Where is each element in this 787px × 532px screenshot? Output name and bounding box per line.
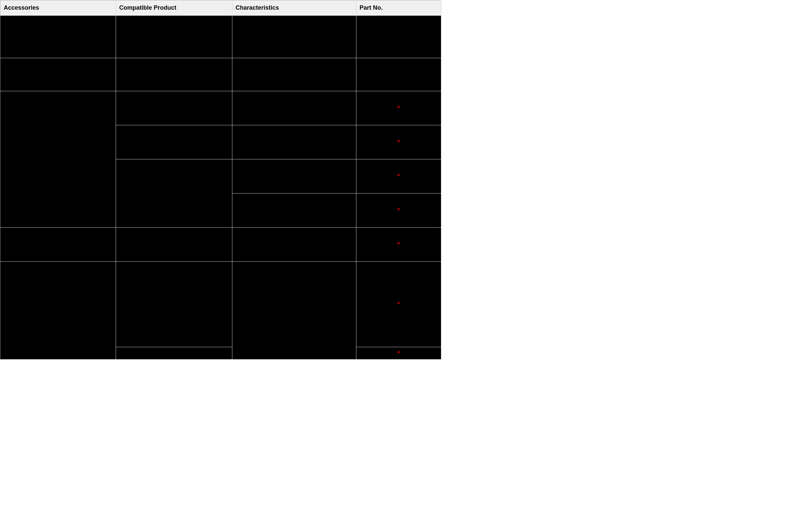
- cell-accessories: [0, 262, 116, 359]
- cell-part-no: *: [356, 262, 441, 347]
- header-characteristics: Characteristics: [232, 0, 356, 16]
- header-accessories: Accessories: [0, 0, 116, 16]
- cell-part-no: *: [356, 125, 441, 159]
- cell-part-no: [356, 58, 441, 91]
- star-icon: *: [397, 350, 400, 357]
- table-row: *: [0, 227, 441, 262]
- table-row: *: [0, 262, 441, 347]
- header-compatible-product: Compatible Product: [116, 0, 232, 16]
- cell-part-no: *: [356, 347, 441, 359]
- star-icon: *: [397, 206, 400, 214]
- cell-part-no: *: [356, 194, 441, 227]
- star-icon: *: [397, 173, 400, 180]
- cell-compatible-product: [116, 262, 232, 347]
- star-icon: *: [397, 301, 400, 308]
- cell-accessories: [0, 227, 116, 262]
- cell-compatible-product: [116, 16, 232, 58]
- cell-characteristics: [232, 194, 356, 227]
- table-row: *: [0, 91, 441, 125]
- cell-part-no: *: [356, 159, 441, 194]
- cell-compatible-product: [116, 125, 232, 159]
- cell-part-no: [356, 16, 441, 58]
- cell-compatible-product: [116, 227, 232, 262]
- cell-compatible-product: [116, 58, 232, 91]
- cell-characteristics: [232, 91, 356, 125]
- cell-characteristics: [232, 262, 356, 359]
- cell-accessories: [0, 58, 116, 91]
- accessories-table: Accessories Compatible Product Character…: [0, 0, 441, 359]
- cell-characteristics: [232, 159, 356, 194]
- cell-characteristics: [232, 227, 356, 262]
- cell-compatible-product: [116, 159, 232, 227]
- cell-part-no: *: [356, 91, 441, 125]
- cell-accessories: [0, 91, 116, 227]
- cell-characteristics: [232, 16, 356, 58]
- header-part-no: Part No.: [356, 0, 441, 16]
- table-row: [0, 58, 441, 91]
- table-header-row: Accessories Compatible Product Character…: [0, 0, 441, 16]
- table-row: [0, 16, 441, 58]
- cell-characteristics: [232, 125, 356, 159]
- star-icon: *: [397, 138, 400, 146]
- star-icon: *: [397, 241, 400, 248]
- accessories-table-container: Accessories Compatible Product Character…: [0, 0, 441, 359]
- cell-compatible-product: [116, 347, 232, 359]
- star-icon: *: [397, 104, 400, 112]
- cell-accessories: [0, 16, 116, 58]
- cell-characteristics: [232, 58, 356, 91]
- cell-compatible-product: [116, 91, 232, 125]
- cell-part-no: *: [356, 227, 441, 262]
